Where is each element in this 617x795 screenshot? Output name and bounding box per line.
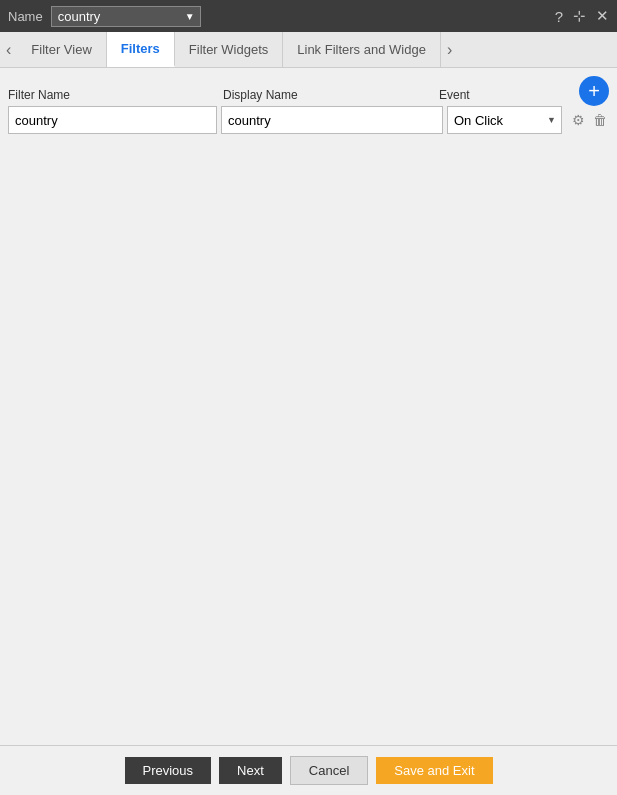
event-header: Event — [439, 88, 559, 102]
table-row: On Click On Change On Load ⚙ 🗑 — [8, 106, 609, 134]
display-name-header: Display Name — [223, 88, 439, 102]
next-button[interactable]: Next — [219, 757, 282, 784]
row-actions: ⚙ 🗑 — [570, 110, 609, 130]
delete-icon[interactable]: 🗑 — [591, 110, 609, 130]
title-bar-icons: ? ⊹ ✕ — [555, 7, 609, 25]
filter-table: Filter Name Display Name Event On Click … — [8, 88, 609, 134]
add-filter-button[interactable]: + — [579, 76, 609, 106]
move-icon[interactable]: ⊹ — [573, 7, 586, 25]
settings-icon[interactable]: ⚙ — [570, 110, 587, 130]
tab-filter-widgets[interactable]: Filter Widgets — [175, 32, 283, 67]
event-select-wrapper[interactable]: On Click On Change On Load — [447, 106, 562, 134]
filter-name-input[interactable] — [8, 106, 217, 134]
event-select[interactable]: On Click On Change On Load — [447, 106, 562, 134]
footer: Previous Next Cancel Save and Exit — [0, 745, 617, 795]
tab-link-filters[interactable]: Link Filters and Widge — [283, 32, 441, 67]
close-icon[interactable]: ✕ — [596, 7, 609, 25]
cancel-button[interactable]: Cancel — [290, 756, 368, 785]
tab-filters[interactable]: Filters — [107, 32, 175, 67]
main-content: + Filter Name Display Name Event On Clic… — [0, 68, 617, 745]
tab-prev-button[interactable]: ‹ — [0, 32, 17, 67]
help-icon[interactable]: ? — [555, 8, 563, 25]
title-bar: Name country ? ⊹ ✕ — [0, 0, 617, 32]
name-select[interactable]: country — [51, 6, 201, 27]
tab-next-button[interactable]: › — [441, 32, 458, 67]
tab-filter-view[interactable]: Filter View — [17, 32, 106, 67]
name-label: Name — [8, 9, 43, 24]
display-name-input[interactable] — [221, 106, 443, 134]
filter-name-header: Filter Name — [8, 88, 223, 102]
name-select-wrapper[interactable]: country — [51, 6, 201, 27]
filter-headers: Filter Name Display Name Event — [8, 88, 609, 102]
save-exit-button[interactable]: Save and Exit — [376, 757, 492, 784]
previous-button[interactable]: Previous — [125, 757, 212, 784]
tab-bar: ‹ Filter View Filters Filter Widgets Lin… — [0, 32, 617, 68]
